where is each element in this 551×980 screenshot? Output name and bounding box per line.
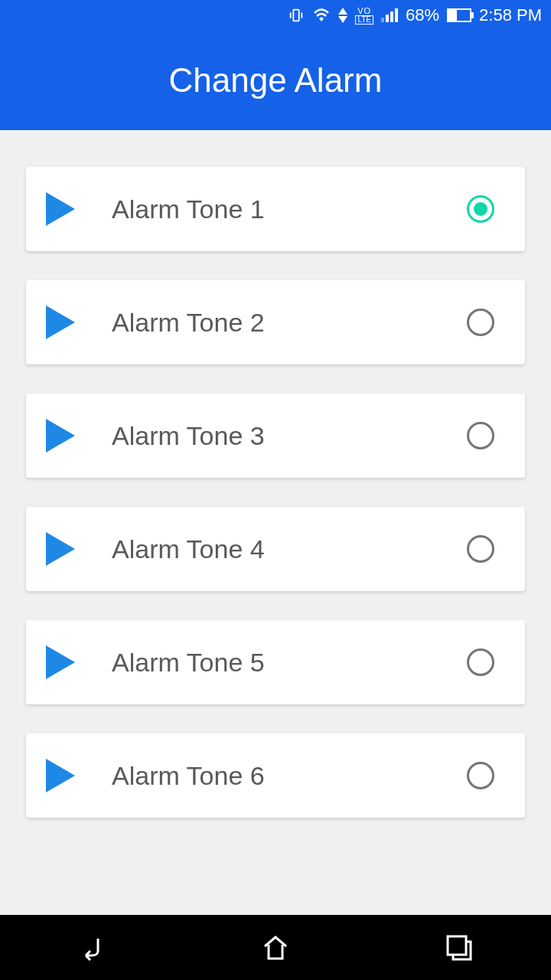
- tone-item-2[interactable]: Alarm Tone 2: [26, 280, 525, 364]
- tone-label: Alarm Tone 4: [112, 534, 467, 564]
- radio-unselected[interactable]: [467, 648, 494, 676]
- battery-percent: 68%: [406, 5, 439, 25]
- clock-time: 2:58 PM: [479, 5, 542, 25]
- play-icon[interactable]: [46, 305, 75, 339]
- app-header: Change Alarm: [0, 31, 551, 130]
- tone-item-4[interactable]: Alarm Tone 4: [26, 507, 525, 591]
- vibrate-icon: [288, 7, 305, 24]
- tone-label: Alarm Tone 5: [112, 648, 467, 678]
- radio-unselected[interactable]: [467, 309, 494, 336]
- svg-rect-0: [294, 10, 299, 21]
- tone-label: Alarm Tone 3: [112, 421, 467, 451]
- data-arrows-icon: [338, 8, 347, 23]
- play-icon[interactable]: [46, 645, 75, 679]
- play-icon[interactable]: [46, 192, 75, 226]
- back-icon[interactable]: [75, 931, 109, 965]
- home-icon[interactable]: [259, 931, 292, 965]
- play-icon[interactable]: [46, 419, 75, 452]
- tone-label: Alarm Tone 6: [112, 761, 467, 791]
- recent-apps-icon[interactable]: [442, 931, 476, 965]
- tone-item-5[interactable]: Alarm Tone 5: [26, 620, 525, 704]
- status-bar: VO LTE 68% 2:58 PM: [0, 0, 551, 31]
- tone-item-1[interactable]: Alarm Tone 1: [26, 167, 525, 251]
- status-icons: VO LTE 68% 2:58 PM: [288, 5, 542, 25]
- radio-unselected[interactable]: [467, 422, 494, 449]
- tone-label: Alarm Tone 2: [112, 308, 467, 338]
- battery-icon: [447, 8, 471, 22]
- radio-unselected[interactable]: [467, 535, 494, 563]
- volte-icon: VO LTE: [355, 7, 373, 24]
- page-title: Change Alarm: [169, 61, 383, 100]
- tone-item-3[interactable]: Alarm Tone 3: [26, 394, 525, 478]
- tone-item-6[interactable]: Alarm Tone 6: [26, 733, 525, 818]
- signal-icon: [381, 8, 398, 22]
- wifi-icon: [312, 8, 331, 23]
- radio-unselected[interactable]: [467, 762, 494, 789]
- tone-label: Alarm Tone 1: [112, 194, 467, 224]
- navigation-bar: [0, 915, 551, 980]
- radio-selected[interactable]: [467, 195, 494, 223]
- tone-list: Alarm Tone 1 Alarm Tone 2 Alarm Tone 3 A…: [0, 130, 551, 915]
- play-icon[interactable]: [46, 759, 75, 792]
- svg-rect-3: [448, 936, 466, 955]
- play-icon[interactable]: [46, 532, 75, 566]
